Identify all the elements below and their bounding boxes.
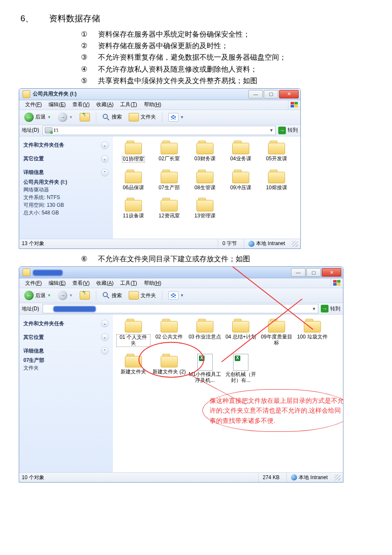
redacted-title <box>33 270 63 276</box>
folder-item[interactable]: 06品保课 <box>116 170 150 191</box>
folder-item[interactable]: 11设备课 <box>116 198 150 219</box>
search-button[interactable]: 搜索 <box>100 291 124 300</box>
chevron-up-icon[interactable]: ⌃ <box>101 347 109 355</box>
menu-item[interactable]: 工具(T) <box>117 101 140 108</box>
folder-item[interactable]: 04 总结+计划 <box>224 319 258 347</box>
go-button[interactable]: → 转到 <box>321 305 340 312</box>
views-button[interactable]: ▼ <box>166 290 187 301</box>
file-item[interactable]: 元创机械（开封）有... <box>224 354 258 384</box>
side-other-places[interactable]: 其它位置⌄ <box>23 332 109 343</box>
menu-item[interactable]: 帮助(H) <box>141 101 165 108</box>
menu-item[interactable]: 编辑(E) <box>45 101 69 108</box>
menu-item[interactable]: 文件(F) <box>22 101 45 108</box>
views-icon <box>168 113 179 121</box>
chevron-up-icon[interactable]: ⌃ <box>101 169 109 176</box>
side-details[interactable]: 详细信息⌃ <box>23 345 109 356</box>
folder-item[interactable]: 08生管课 <box>188 170 222 191</box>
folder-icon <box>268 319 285 332</box>
menu-item[interactable]: 帮助(H) <box>141 280 165 287</box>
item-label: 01协理室 <box>122 156 144 163</box>
folder-item[interactable]: 02厂长室 <box>152 141 186 163</box>
dropdown-caret-icon[interactable]: ▼ <box>312 306 316 311</box>
side-tasks[interactable]: 文件和文件夹任务⌄ <box>23 140 109 151</box>
bullet-text: 资料保存在服务器中系统定时备份确保安全性； <box>98 29 250 40</box>
menu-item[interactable]: 工具(T) <box>117 280 140 287</box>
folder-item[interactable]: 12资讯室 <box>152 198 186 219</box>
status-objects: 13 个对象 <box>22 239 49 249</box>
folder-item[interactable]: 10熔接课 <box>259 170 294 191</box>
folder-item[interactable]: 100 垃圾文件 <box>295 319 329 347</box>
up-button[interactable]: ↰ <box>77 290 92 301</box>
minimize-button[interactable]: — <box>248 90 263 98</box>
menu-item[interactable]: 文件(F) <box>22 280 45 287</box>
folder-item[interactable]: 03财务课 <box>188 141 222 163</box>
side-details[interactable]: 详细信息⌃ <box>23 167 109 178</box>
address-field[interactable]: I:\ ▼ <box>43 126 276 135</box>
back-button[interactable]: ← 后退 ▼ <box>22 112 54 123</box>
chevron-down-icon[interactable]: ⌄ <box>101 155 109 163</box>
titlebar[interactable]: 公司共用文件夹 (I:) — ▢ ✕ <box>19 89 300 100</box>
dropdown-caret-icon[interactable]: ▼ <box>180 115 184 119</box>
forward-button[interactable]: → ▼ <box>55 112 75 123</box>
resize-grip-icon[interactable] <box>334 474 340 480</box>
resize-grip-icon[interactable] <box>292 241 298 247</box>
dropdown-caret-icon[interactable]: ▼ <box>47 115 51 119</box>
heading-number: 6、 <box>20 14 34 23</box>
go-button[interactable]: → 转到 <box>278 127 298 134</box>
back-arrow-icon: ← <box>24 113 34 122</box>
close-button[interactable]: ✕ <box>279 90 299 98</box>
dropdown-caret-icon[interactable]: ▼ <box>69 293 73 298</box>
dropdown-caret-icon[interactable]: ▼ <box>269 128 274 133</box>
bullet-text: 共享资料盘中须保持文件夹及文件整齐易找；如图 <box>98 75 257 87</box>
item-label: 100 垃圾文件 <box>295 334 329 340</box>
menu-bar: 文件(F)编辑(E)查看(V)收藏(A)工具(T)帮助(H) <box>19 278 343 288</box>
folder-item[interactable]: 01协理室 <box>116 141 150 163</box>
dropdown-caret-icon[interactable]: ▼ <box>69 115 73 119</box>
forward-button[interactable]: → ▼ <box>55 290 75 301</box>
up-button[interactable]: ↰ <box>77 112 92 122</box>
minimize-button[interactable]: — <box>291 268 306 277</box>
menu-item[interactable]: 查看(V) <box>69 101 93 108</box>
menu-item[interactable]: 收藏(A) <box>93 101 117 108</box>
menu-item[interactable]: 编辑(E) <box>45 280 69 287</box>
maximize-button[interactable]: ▢ <box>306 268 321 277</box>
folder-item[interactable]: 03 作业注意点 <box>188 319 222 347</box>
menu-bar: 文件(F)编辑(E)查看(V)收藏(A)工具(T)帮助(H) <box>19 100 300 110</box>
maximize-button[interactable]: ▢ <box>264 90 278 98</box>
folder-icon <box>196 319 213 332</box>
folders-button[interactable]: 文件夹 <box>126 112 159 122</box>
folder-icon <box>268 170 285 183</box>
side-tasks[interactable]: 文件和文件夹任务⌄ <box>23 318 109 329</box>
side-details-info: 07生产部 文件夹 <box>23 356 109 372</box>
icon-pane[interactable]: 01协理室02厂长室03财务课04业务课05开发课06品保课07生产部08生管课… <box>113 136 300 239</box>
titlebar[interactable]: — ▢ ✕ <box>19 267 343 278</box>
windows-flag-icon <box>331 278 343 288</box>
side-other-places[interactable]: 其它位置⌄ <box>23 153 109 165</box>
folder-item[interactable]: 07生产部 <box>152 170 186 191</box>
folder-item[interactable]: 13管理课 <box>188 198 222 219</box>
back-button[interactable]: ← 后退 ▼ <box>22 290 54 301</box>
views-button[interactable]: ▼ <box>166 112 187 122</box>
dropdown-caret-icon[interactable]: ▼ <box>47 293 51 298</box>
item-label: 09冲压课 <box>224 185 258 191</box>
dropdown-caret-icon[interactable]: ▼ <box>180 293 184 298</box>
chevron-down-icon[interactable]: ⌄ <box>101 333 109 341</box>
folder-item[interactable]: 01 个人文件夹 <box>116 319 150 347</box>
folders-button[interactable]: 文件夹 <box>126 290 159 301</box>
folder-icon <box>268 141 285 154</box>
status-bar: 13 个对象 0 字节 本地 Intranet <box>19 239 300 249</box>
chevron-down-icon[interactable]: ⌄ <box>101 142 109 149</box>
menu-item[interactable]: 查看(V) <box>69 280 93 287</box>
address-field[interactable]: ▼ <box>43 304 318 313</box>
svg-rect-9 <box>337 283 340 286</box>
close-button[interactable]: ✕ <box>322 268 341 277</box>
folder-item[interactable]: 09年度质量目标 <box>259 319 294 347</box>
menu-item[interactable]: 收藏(A) <box>93 280 117 287</box>
bullet-item: ⑥不允许在文件夹同目录下建立或存放文件；如图 <box>81 253 375 265</box>
folder-item[interactable]: 09冲压课 <box>224 170 258 191</box>
folder-item[interactable]: 04业务课 <box>224 141 258 163</box>
item-label: 01 个人文件夹 <box>116 334 150 347</box>
search-button[interactable]: 搜索 <box>100 113 124 122</box>
folder-item[interactable]: 05开发课 <box>259 141 294 163</box>
chevron-down-icon[interactable]: ⌄ <box>101 320 109 327</box>
